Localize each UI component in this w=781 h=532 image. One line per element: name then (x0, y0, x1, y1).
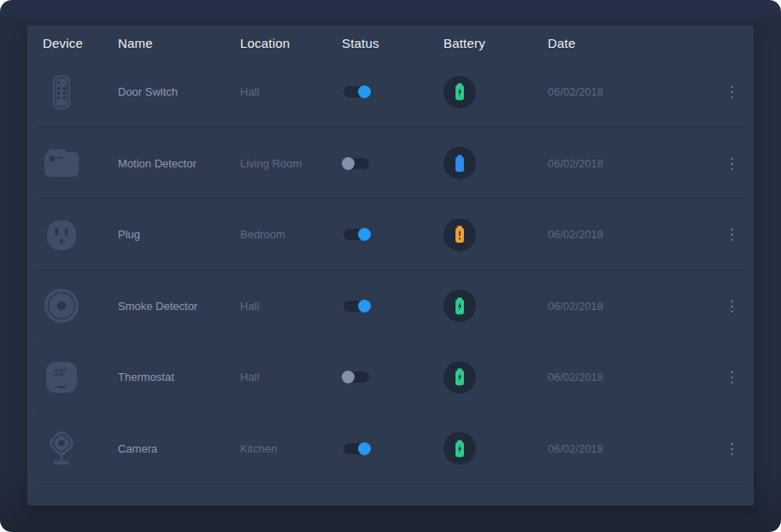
device-name: Motion Detector (118, 157, 240, 170)
status-cell (342, 301, 443, 312)
status-cell (342, 86, 443, 97)
device-name: Plug (118, 228, 240, 241)
thermostat-icon: 32° (43, 359, 80, 396)
device-name: Camera (118, 442, 240, 455)
col-header-device: Device (43, 36, 118, 50)
battery-cell (443, 219, 548, 251)
device-location: Kitchen (240, 442, 342, 455)
status-toggle[interactable] (344, 371, 369, 383)
plug-icon (43, 216, 80, 254)
battery-cell (443, 361, 548, 394)
device-icon-cell: 32° (43, 144, 80, 182)
smoke-detector-icon (43, 287, 80, 324)
device-name: Thermostat (118, 371, 240, 383)
thermostat-temp-label: 32° (54, 367, 68, 377)
status-toggle[interactable] (344, 158, 369, 169)
battery-icon (453, 297, 467, 315)
screenshot-stage: Device Name Location Status Battery Date (0, 0, 781, 532)
battery-icon (453, 155, 467, 172)
battery-status-badge (443, 147, 476, 179)
table-row: 32° Camera Kitchen (27, 413, 754, 485)
toggle-knob (342, 371, 355, 383)
toggle-knob (358, 442, 371, 455)
table-row: 32° Plug Bedroom (27, 199, 754, 271)
battery-status-badge (443, 289, 476, 322)
device-location: Living Room (240, 157, 342, 170)
battery-cell (443, 432, 548, 465)
device-icon-cell: 32° (43, 359, 80, 396)
row-menu-button[interactable]: ⋮ (719, 81, 744, 102)
row-menu-button[interactable]: ⋮ (719, 438, 744, 459)
devices-table-card: Device Name Location Status Battery Date (27, 26, 754, 506)
device-icon-cell: 32° (43, 73, 80, 111)
row-menu-button[interactable]: ⋮ (719, 153, 744, 174)
col-header-battery: Battery (443, 36, 548, 50)
device-icon-cell: 32° (43, 287, 80, 324)
battery-status-badge (443, 361, 476, 394)
device-location: Hall (240, 300, 342, 313)
table-row: 32° Thermostat Hall (27, 342, 754, 413)
table-body: 32° Door Switch Hall (27, 56, 754, 484)
toggle-knob (358, 228, 371, 241)
device-date: 06/02/2018 (548, 85, 719, 98)
low-battery-alert-icon (459, 231, 461, 240)
device-name: Smoke Detector (118, 300, 240, 313)
device-date: 06/02/2018 (548, 371, 719, 383)
device-location: Hall (240, 85, 342, 98)
device-location: Hall (240, 371, 342, 383)
device-icon-cell: 32° (43, 216, 80, 254)
status-cell (342, 371, 443, 383)
col-header-date: Date (548, 36, 719, 50)
row-menu-button[interactable]: ⋮ (719, 224, 744, 245)
col-header-status: Status (342, 36, 443, 50)
table-row: 32° Smoke Detector Hall (27, 271, 754, 342)
battery-icon (453, 83, 467, 101)
battery-icon (453, 225, 467, 243)
status-toggle[interactable] (344, 229, 369, 240)
row-menu-button[interactable]: ⋮ (719, 295, 744, 317)
device-icon-cell: 32° (43, 430, 80, 467)
device-location: Bedroom (240, 228, 342, 241)
row-menu-button[interactable]: ⋮ (719, 366, 744, 388)
battery-cell (443, 147, 548, 179)
status-toggle[interactable] (344, 86, 369, 97)
device-date: 06/02/2018 (548, 300, 719, 313)
status-cell (342, 229, 443, 240)
toggle-knob (358, 300, 371, 313)
battery-status-badge (443, 219, 476, 251)
table-row: 32° Motion Detector Living Room (27, 128, 754, 200)
device-date: 06/02/2018 (548, 442, 719, 455)
battery-cell (443, 76, 548, 108)
battery-icon (453, 368, 467, 386)
battery-icon (453, 440, 467, 458)
battery-status-badge (443, 432, 476, 465)
table-row: 32° Door Switch Hall (27, 56, 754, 128)
device-date: 06/02/2018 (548, 157, 719, 170)
battery-status-badge (443, 76, 476, 108)
status-toggle[interactable] (344, 443, 369, 454)
col-header-location: Location (240, 36, 342, 50)
col-header-name: Name (118, 36, 240, 50)
device-name: Door Switch (118, 85, 240, 98)
device-date: 06/02/2018 (548, 228, 719, 241)
status-cell (342, 443, 443, 454)
battery-cell (443, 289, 548, 322)
app-window: Device Name Location Status Battery Date (0, 0, 781, 532)
remote-icon (43, 73, 80, 111)
status-toggle[interactable] (344, 301, 369, 312)
table-header: Device Name Location Status Battery Date (27, 26, 754, 56)
camera-icon (43, 430, 80, 467)
toggle-knob (342, 157, 355, 170)
motion-detector-icon (43, 144, 80, 182)
status-cell (342, 158, 443, 169)
toggle-knob (358, 85, 371, 98)
